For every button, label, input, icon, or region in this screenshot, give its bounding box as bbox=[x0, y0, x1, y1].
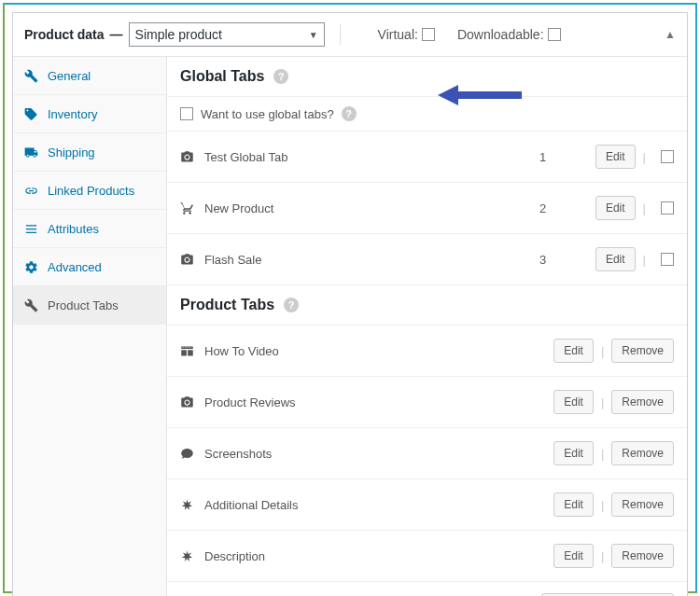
asterisk-icon bbox=[180, 498, 195, 512]
help-icon[interactable]: ? bbox=[284, 298, 299, 312]
sidebar: General Inventory Shipping Linked Produc… bbox=[13, 57, 167, 596]
sidebar-item-label: Attributes bbox=[48, 222, 99, 236]
global-tab-row: New Product 2 Edit | bbox=[167, 183, 687, 234]
remove-button[interactable]: Remove bbox=[611, 544, 674, 568]
edit-button[interactable]: Edit bbox=[553, 441, 594, 465]
remove-button[interactable]: Remove bbox=[611, 441, 674, 465]
tag-icon bbox=[24, 106, 39, 121]
product-tab-row: Additional Details Edit | Remove bbox=[167, 479, 687, 531]
global-tabs-enable-row: Want to use global tabs? ? bbox=[167, 96, 687, 132]
global-tabs-title: Global Tabs bbox=[180, 68, 264, 85]
gear-icon bbox=[24, 259, 39, 274]
chevron-down-icon: ▼ bbox=[309, 30, 318, 40]
sidebar-item-shipping[interactable]: Shipping bbox=[13, 133, 166, 172]
edit-button[interactable]: Edit bbox=[595, 196, 636, 220]
row-checkbox[interactable] bbox=[661, 253, 674, 266]
tab-label: Description bbox=[204, 549, 553, 563]
global-tab-row: Flash Sale 3 Edit | bbox=[167, 234, 687, 285]
truck-icon bbox=[24, 145, 39, 159]
downloadable-checkbox[interactable] bbox=[548, 28, 561, 41]
sidebar-item-product-tabs[interactable]: Product Tabs bbox=[13, 286, 166, 325]
video-icon bbox=[180, 344, 195, 358]
camera-icon bbox=[180, 395, 195, 409]
sidebar-item-advanced[interactable]: Advanced bbox=[13, 248, 166, 286]
camera-icon bbox=[180, 253, 195, 267]
tab-label: Product Reviews bbox=[204, 395, 553, 409]
divider bbox=[340, 24, 341, 45]
tab-index: 1 bbox=[539, 150, 595, 164]
sidebar-item-label: Product Tabs bbox=[48, 298, 119, 312]
tab-label: Test Global Tab bbox=[204, 150, 539, 164]
use-global-tabs-checkbox[interactable] bbox=[180, 107, 193, 120]
sidebar-item-label: Linked Products bbox=[48, 184, 134, 198]
virtual-checkbox[interactable] bbox=[422, 28, 435, 41]
downloadable-label: Downloadable: bbox=[457, 27, 544, 42]
sidebar-item-label: General bbox=[48, 69, 91, 83]
camera-icon bbox=[180, 150, 195, 164]
add-row: Add Custom Tab bbox=[167, 582, 687, 596]
global-tabs-heading: Global Tabs ? bbox=[167, 57, 687, 96]
tab-index: 3 bbox=[539, 253, 595, 267]
sidebar-item-label: Shipping bbox=[48, 146, 95, 159]
edit-button[interactable]: Edit bbox=[595, 145, 636, 169]
tab-label: Screenshots bbox=[204, 447, 553, 461]
sidebar-item-general[interactable]: General bbox=[13, 57, 166, 95]
global-tab-row: Test Global Tab 1 Edit | bbox=[167, 132, 687, 183]
tab-index: 2 bbox=[539, 201, 595, 215]
content-area: Global Tabs ? Want to use global tabs? ?… bbox=[167, 57, 687, 596]
row-checkbox[interactable] bbox=[661, 150, 674, 163]
sidebar-item-linked-products[interactable]: Linked Products bbox=[13, 172, 166, 210]
product-tabs-title: Product Tabs bbox=[180, 297, 274, 313]
product-tab-row: Description Edit | Remove bbox=[167, 531, 687, 582]
virtual-option: Virtual: bbox=[378, 27, 435, 42]
product-data-panel: Product data — Simple product ▼ Virtual:… bbox=[12, 12, 688, 596]
edit-button[interactable]: Edit bbox=[553, 339, 594, 363]
virtual-label: Virtual: bbox=[378, 27, 418, 42]
help-icon[interactable]: ? bbox=[342, 106, 357, 121]
product-tab-row: Product Reviews Edit | Remove bbox=[167, 377, 687, 428]
edit-button[interactable]: Edit bbox=[595, 247, 636, 271]
wrench-icon bbox=[24, 298, 39, 312]
collapse-toggle-icon[interactable]: ▲ bbox=[665, 28, 676, 41]
comment-icon bbox=[180, 447, 195, 461]
remove-button[interactable]: Remove bbox=[611, 492, 674, 517]
product-type-select[interactable]: Simple product ▼ bbox=[129, 22, 325, 47]
panel-title: Product data bbox=[24, 27, 105, 42]
edit-button[interactable]: Edit bbox=[553, 544, 594, 568]
panel-header: Product data — Simple product ▼ Virtual:… bbox=[13, 13, 687, 57]
sidebar-item-attributes[interactable]: Attributes bbox=[13, 210, 166, 248]
asterisk-icon bbox=[180, 549, 195, 563]
product-type-value: Simple product bbox=[135, 27, 222, 42]
link-icon bbox=[24, 183, 39, 198]
cart-icon bbox=[180, 201, 195, 215]
wrench-icon bbox=[24, 68, 39, 83]
list-icon bbox=[24, 221, 39, 236]
tab-label: New Product bbox=[204, 201, 539, 215]
remove-button[interactable]: Remove bbox=[611, 390, 674, 414]
row-checkbox[interactable] bbox=[661, 201, 674, 215]
product-tabs-heading: Product Tabs ? bbox=[167, 285, 687, 325]
product-tab-row: Screenshots Edit | Remove bbox=[167, 428, 687, 479]
sidebar-item-inventory[interactable]: Inventory bbox=[13, 95, 166, 133]
remove-button[interactable]: Remove bbox=[611, 339, 674, 363]
tab-label: Flash Sale bbox=[204, 253, 539, 267]
edit-button[interactable]: Edit bbox=[553, 390, 594, 414]
downloadable-option: Downloadable: bbox=[457, 27, 561, 42]
tab-label: Additional Details bbox=[204, 498, 553, 512]
sidebar-item-label: Inventory bbox=[48, 107, 97, 121]
use-global-tabs-label: Want to use global tabs? bbox=[201, 107, 334, 121]
tab-label: How To Video bbox=[204, 344, 553, 358]
edit-button[interactable]: Edit bbox=[553, 492, 594, 517]
help-icon[interactable]: ? bbox=[273, 69, 288, 84]
product-tab-row: How To Video Edit | Remove bbox=[167, 325, 687, 377]
separator: — bbox=[110, 27, 123, 42]
sidebar-item-label: Advanced bbox=[48, 260, 102, 274]
